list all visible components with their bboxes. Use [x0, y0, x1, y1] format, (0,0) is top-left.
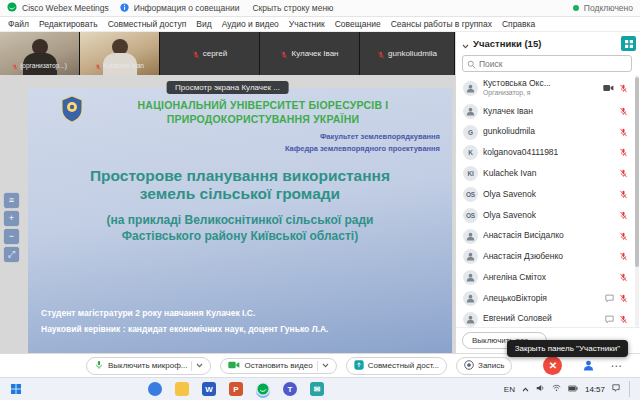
mute-button[interactable]: Выключить микроф...	[86, 357, 211, 375]
webex-taskbar-icon[interactable]	[256, 382, 270, 396]
mic-muted-icon	[619, 315, 628, 324]
mic-muted-icon	[95, 56, 101, 74]
video-tile[interactable]: Kulachek Ivan	[80, 32, 160, 75]
slide-credits: Студент магістратури 2 року навчання Кул…	[41, 306, 328, 337]
stop-video-button[interactable]: Остановить видео	[220, 358, 336, 374]
participant-row[interactable]: Кустовська Окс...Организатор, я	[456, 75, 640, 101]
participant-avatar: K	[463, 145, 478, 160]
university-name: НАЦІОНАЛЬНИЙ УНІВЕРСИТЕТ БІОРЕСУРСІВ І П…	[28, 99, 452, 126]
mic-muted-icon	[619, 252, 628, 261]
tile-name: сергей	[203, 49, 228, 58]
participant-avatar	[463, 104, 478, 119]
participant-name: gunkoliudmila	[483, 127, 614, 137]
participant-search[interactable]	[462, 55, 632, 72]
participant-avatar	[463, 291, 478, 306]
zoom-in-icon[interactable]: +	[4, 211, 19, 226]
menubar: ФайлРедактироватьСовместный доступВидАуд…	[0, 17, 640, 32]
more-options-button[interactable]: …	[610, 363, 623, 368]
mic-muted-icon	[619, 84, 628, 93]
video-options-chevron-icon[interactable]	[322, 361, 329, 370]
tile-label: Kulachek Ivan	[80, 56, 159, 74]
show-desktop-button[interactable]	[629, 381, 632, 397]
menu-item[interactable]: Редактировать	[34, 19, 103, 29]
menu-icon[interactable]: ≡	[4, 193, 19, 208]
participant-row[interactable]: Кулачек Іван	[456, 101, 640, 122]
participant-row[interactable]: Kkolganova04111981	[456, 143, 640, 164]
powerpoint-icon[interactable]: P	[229, 382, 243, 396]
info-icon[interactable]	[120, 3, 129, 14]
mic-muted-icon	[619, 107, 628, 116]
mic-muted-icon	[192, 45, 200, 63]
advisor-line: Науковий керівник : кандидат економічних…	[41, 324, 328, 334]
search-icon	[467, 55, 476, 73]
leave-meeting-button[interactable]: ✕	[543, 356, 562, 375]
chat-icon[interactable]	[605, 315, 614, 324]
university-logo-icon	[60, 95, 84, 123]
menu-item[interactable]: Справка	[497, 19, 540, 29]
shared-screen-stage: Просмотр экрана Кулачек ... ≡+−⤢ НАЦІОНА…	[0, 75, 455, 353]
participant-row[interactable]: OSOlya Savenok	[456, 184, 640, 205]
participant-row[interactable]: KIKulachek Ivan	[456, 163, 640, 184]
zoom-out-icon[interactable]: −	[4, 229, 19, 244]
participant-name: kolganova04111981	[483, 148, 614, 158]
panel-scrollbar[interactable]	[635, 75, 639, 327]
participant-row[interactable]: Анастасія Висідалко	[456, 226, 640, 247]
menu-item[interactable]: Совместный доступ	[103, 19, 192, 29]
chevron-down-icon[interactable]	[462, 35, 469, 53]
mic-muted-icon	[619, 148, 628, 157]
word-icon[interactable]: W	[202, 382, 216, 396]
menu-item[interactable]: Аудио и видео	[217, 19, 284, 29]
menu-item[interactable]: Файл	[3, 19, 34, 29]
participant-row[interactable]: Ggunkoliudmila	[456, 122, 640, 143]
action-center-icon[interactable]	[612, 384, 620, 394]
participant-row[interactable]: Анастасія Дзюбенко	[456, 247, 640, 268]
volume-icon[interactable]	[536, 384, 545, 394]
fit-screen-icon[interactable]: ⤢	[4, 247, 19, 262]
participant-name: Olya Savenok	[483, 190, 614, 200]
menu-item[interactable]: Сеансы работы в группах	[386, 19, 497, 29]
video-tile[interactable]: (организатор...)	[0, 32, 80, 75]
mic-muted-icon	[619, 190, 628, 199]
teams-icon[interactable]: T	[283, 382, 297, 396]
language-indicator[interactable]: EN	[504, 385, 515, 394]
video-tile[interactable]: сергей	[160, 32, 260, 75]
webex-logo-icon	[7, 2, 17, 14]
scrollbar-thumb[interactable]	[635, 77, 639, 267]
wifi-icon[interactable]	[552, 384, 561, 394]
search-input[interactable]	[479, 59, 627, 69]
folder-icon[interactable]	[175, 382, 189, 396]
menu-item[interactable]: Участник	[284, 19, 330, 29]
participant-row[interactable]: Евгений Соловей	[456, 309, 640, 327]
participant-row[interactable]: Ангеліна Смітох	[456, 267, 640, 288]
video-tile[interactable]: Кулачек Іван	[260, 32, 360, 75]
participant-avatar: OS	[463, 208, 478, 223]
taskbar: W P T ✉ EN 14:57	[0, 377, 640, 400]
mic-options-chevron-icon[interactable]	[196, 361, 203, 370]
participant-row[interactable]: OSOlya Savenok	[456, 205, 640, 226]
presentation-slide: НАЦІОНАЛЬНИЙ УНІВЕРСИТЕТ БІОРЕСУРСІВ І П…	[28, 88, 452, 353]
participants-toggle-button[interactable]	[582, 359, 595, 372]
start-button[interactable]	[4, 384, 28, 394]
student-line: Студент магістратури 2 року навчання Кул…	[41, 308, 255, 318]
panel-layout-button[interactable]	[621, 36, 636, 51]
menu-item[interactable]: Совещание	[330, 19, 386, 29]
video-tile[interactable]: gunkoliudmila	[360, 32, 455, 75]
menu-item[interactable]: Вид	[191, 19, 216, 29]
participant-name: Ангеліна Смітох	[483, 273, 614, 283]
taskbar-apps: W P T ✉	[148, 382, 324, 396]
mail-icon[interactable]: ✉	[310, 382, 324, 396]
record-button[interactable]: Запись	[456, 357, 512, 375]
battery-icon[interactable]	[568, 385, 578, 394]
clock[interactable]: 14:57	[585, 385, 605, 394]
participant-row[interactable]: АпецькоВікторія	[456, 288, 640, 309]
chat-icon[interactable]	[605, 294, 614, 303]
participant-avatar	[463, 81, 478, 96]
browser-icon[interactable]	[148, 382, 162, 396]
participant-name: Анастасія Висідалко	[483, 231, 614, 241]
participant-list: Кустовська Окс...Организатор, яКулачек І…	[456, 75, 640, 327]
slide-title: Просторове планування використання земел…	[28, 167, 452, 205]
tray-expand-icon[interactable]	[522, 385, 529, 394]
meeting-info-link[interactable]: Информация о совещании	[134, 3, 240, 13]
hide-menubar-link[interactable]: Скрыть строку меню	[252, 3, 333, 13]
share-button[interactable]: Совместный дост...	[346, 357, 447, 375]
